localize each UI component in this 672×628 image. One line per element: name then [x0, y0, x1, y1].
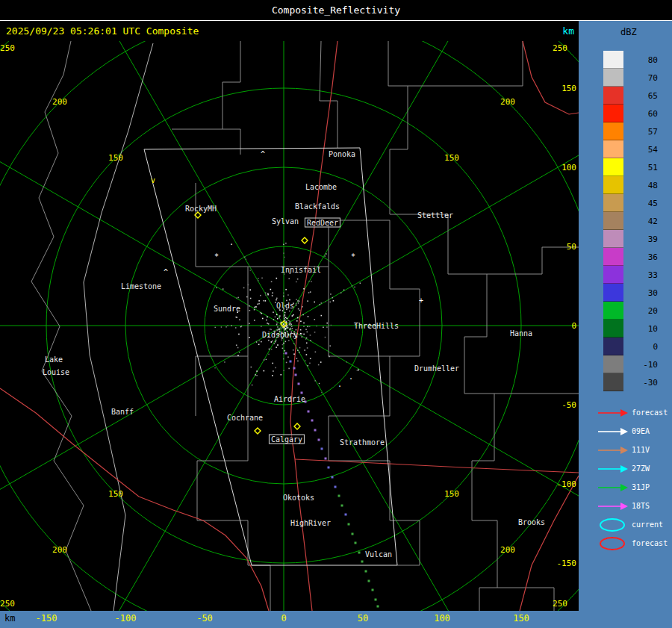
dbz-color-swatch [603, 140, 623, 158]
track-dot [368, 580, 370, 582]
legend-row: current [597, 515, 668, 534]
echo-dot [289, 320, 290, 322]
echo-dot [279, 315, 281, 317]
city-label-olds: Olds [276, 302, 294, 310]
radar-display[interactable]: PonokaLacombeBlackfaldsSylvanRedDeerRock… [0, 41, 579, 611]
echo-dot [302, 306, 303, 308]
echo-dot [275, 367, 276, 369]
echo-dot [275, 317, 276, 318]
track-dot [311, 420, 314, 422]
dbz-color-swatch [603, 320, 623, 338]
echo-dot [252, 385, 252, 385]
echo-dot [281, 327, 281, 328]
echo-dot [246, 258, 246, 259]
echo-dot [320, 361, 322, 363]
echo-dot [272, 363, 273, 364]
echo-dot [299, 300, 300, 302]
legend-row: 18TS [597, 497, 668, 515]
dbz-scale-row: 54 [603, 140, 658, 158]
echo-dot [305, 360, 305, 361]
echo-dot [283, 358, 284, 359]
legend-arrow-icon [597, 479, 628, 496]
map-marker-glyph: · [337, 382, 342, 391]
radial-line [284, 326, 579, 535]
echo-dot [297, 361, 299, 362]
dbz-scale-value: -30 [629, 378, 658, 388]
echo-dot [284, 350, 285, 351]
track-dot [355, 542, 357, 544]
radar-site-diamond-icon [294, 423, 300, 429]
echo-dot [316, 326, 317, 326]
echo-dot [288, 278, 290, 279]
echo-dot [299, 335, 300, 335]
echo-dot [305, 338, 306, 339]
echo-dot [354, 287, 355, 287]
echo-dot [273, 319, 274, 320]
echo-dot [269, 349, 270, 350]
echo-dot [236, 297, 237, 298]
track-dot [328, 467, 330, 469]
echo-dot [268, 323, 270, 325]
echo-dot [284, 257, 284, 258]
legend-ellipse-icon [597, 517, 628, 533]
timestamp: 2025/09/23 05:26:01 UTC Composite [6, 25, 199, 37]
right-axis-tick: 100 [561, 163, 576, 172]
dbz-color-scale: 807065605754514845423936333020100-10-30 [603, 51, 658, 391]
echo-dot [286, 318, 287, 320]
echo-dot [276, 323, 278, 324]
echo-dot [260, 295, 261, 296]
city-label-lake: Lake [45, 355, 63, 364]
dbz-scale-value: 36 [629, 252, 658, 262]
range-ring-distance-label: 200 [52, 97, 67, 107]
echo-dot [279, 309, 281, 311]
echo-dot [256, 375, 257, 376]
radar-site-diamond-icon [302, 237, 308, 243]
dbz-scale-row: 20 [603, 302, 658, 320]
dbz-scale-row: 30 [603, 284, 658, 302]
dbz-color-swatch [603, 266, 623, 284]
echo-dot [283, 323, 284, 325]
dbz-scale-row: 0 [603, 338, 658, 355]
map-marker-glyph: ^ [164, 268, 168, 276]
echo-dot [272, 292, 273, 293]
range-ring-distance-label: 200 [500, 545, 515, 555]
echo-dot [267, 323, 268, 324]
track-dot [377, 606, 379, 608]
echo-dot [276, 340, 276, 341]
legend-label: 31JP [632, 483, 650, 491]
dbz-scale-value: 70 [629, 73, 658, 83]
dbz-color-swatch [603, 230, 623, 248]
echo-dot [307, 326, 308, 328]
radar-canvas[interactable] [0, 41, 579, 611]
echo-dot [326, 301, 326, 302]
city-label-sylvan: Sylvan [272, 217, 299, 226]
city-label-louise: Louise [43, 368, 69, 376]
echo-dot [265, 300, 267, 302]
echo-dot [314, 302, 315, 303]
dbz-scale-row: 51 [603, 158, 658, 176]
echo-dot [258, 280, 258, 281]
echo-dot [329, 356, 330, 358]
echo-dot [258, 303, 260, 305]
radial-line [0, 116, 284, 326]
city-label-didsbury: Didsbury [262, 331, 298, 339]
dbz-color-swatch [603, 122, 623, 140]
echo-dot [237, 355, 239, 356]
echo-dot [298, 308, 299, 310]
echo-dot [261, 313, 262, 314]
legend-label: forecast [632, 408, 668, 417]
echo-dot [318, 364, 320, 366]
dbz-scale-row: 10 [603, 320, 658, 338]
echo-dot [309, 363, 311, 364]
echo-dot [281, 339, 283, 341]
echo-dot [308, 281, 309, 282]
echo-dot [264, 359, 264, 360]
dbz-scale-row: 45 [603, 194, 658, 212]
echo-dot [326, 253, 326, 254]
right-axis-tick: -150 [557, 559, 577, 568]
echo-dot [308, 316, 309, 317]
city-label-drumheller: Drumheller [414, 364, 459, 373]
echo-dot [286, 362, 287, 364]
echo-dot [238, 334, 240, 335]
echo-dot [249, 337, 250, 338]
